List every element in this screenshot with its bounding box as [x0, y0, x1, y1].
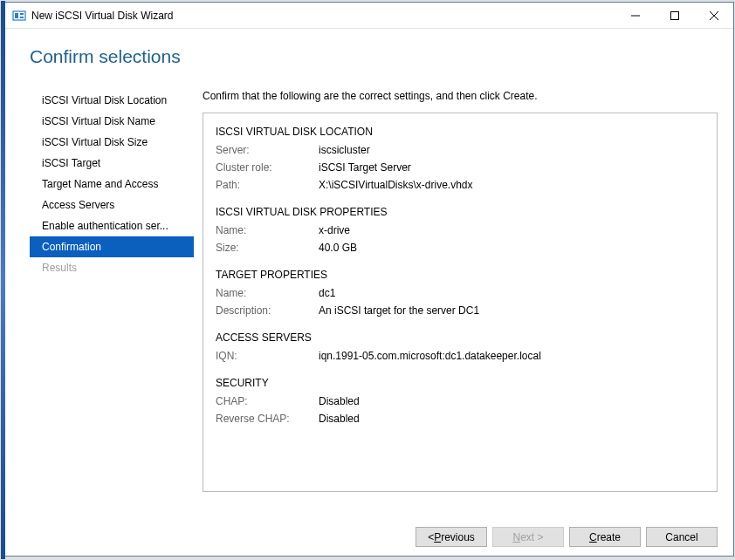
prop-label-chap: CHAP: — [216, 393, 319, 410]
svg-rect-1 — [15, 13, 18, 18]
previous-button[interactable]: < Previous — [416, 527, 487, 547]
prop-row: Name: x-drive — [216, 222, 704, 239]
cancel-button[interactable]: Cancel — [646, 527, 718, 547]
prop-row: Path: X:\iSCSIVirtualDisks\x-drive.vhdx — [216, 176, 704, 194]
prop-label-path: Path: — [216, 176, 319, 194]
section-header-target: TARGET PROPERTIES — [216, 269, 704, 281]
sidebar-item-results: Results — [30, 257, 194, 278]
prop-row: Server: iscsicluster — [216, 141, 704, 159]
sidebar-item-target[interactable]: iSCSI Target — [30, 153, 194, 174]
sidebar-item-label: iSCSI Target — [42, 157, 100, 169]
sidebar-item-label: Results — [42, 262, 77, 274]
prop-label-reverse-chap: Reverse CHAP: — [216, 410, 319, 427]
confirmation-panel: ISCSI VIRTUAL DISK LOCATION Server: iscs… — [203, 113, 718, 492]
prop-value-iqn: iqn.1991-05.com.microsoft:dc1.datakeeper… — [319, 347, 541, 365]
content-area: Confirm selections iSCSI Virtual Disk Lo… — [5, 29, 733, 492]
prop-row: Name: dc1 — [216, 284, 704, 302]
prop-row: Cluster role: iSCSI Target Server — [216, 159, 704, 176]
prop-label-cluster-role: Cluster role: — [216, 159, 319, 176]
prop-row: CHAP: Disabled — [216, 393, 704, 410]
prop-row: Description: An iSCSI target for the ser… — [216, 302, 704, 319]
sidebar-item-target-name[interactable]: Target Name and Access — [30, 174, 194, 195]
close-button[interactable] — [694, 3, 733, 28]
next-button[interactable]: Next > — [492, 527, 564, 547]
sidebar-item-name[interactable]: iSCSI Virtual Disk Name — [30, 111, 194, 132]
prop-value-targetname: dc1 — [319, 284, 335, 302]
prop-value-chap: Disabled — [319, 393, 360, 410]
prop-label-targetname: Name: — [216, 284, 319, 302]
prop-value-diskname: x-drive — [319, 222, 350, 239]
wizard-steps-sidebar: iSCSI Virtual Disk Location iSCSI Virtua… — [30, 90, 194, 492]
prop-label-server: Server: — [216, 141, 319, 159]
section-header-security: SECURITY — [216, 377, 704, 389]
prop-value-size: 40.0 GB — [319, 239, 357, 256]
titlebar-buttons — [615, 3, 733, 28]
window-title: New iSCSI Virtual Disk Wizard — [31, 10, 615, 22]
prop-value-cluster-role: iSCSI Target Server — [319, 159, 411, 176]
section-header-properties: ISCSI VIRTUAL DISK PROPERTIES — [216, 206, 704, 218]
sidebar-item-authentication[interactable]: Enable authentication ser... — [30, 215, 194, 236]
sidebar-item-label: iSCSI Virtual Disk Name — [42, 115, 155, 127]
sidebar-item-label: Confirmation — [42, 241, 101, 253]
wizard-window: New iSCSI Virtual Disk Wizard Confirm se… — [4, 2, 734, 557]
svg-rect-5 — [670, 11, 678, 19]
sidebar-item-confirmation[interactable]: Confirmation — [30, 236, 194, 257]
sidebar-item-location[interactable]: iSCSI Virtual Disk Location — [30, 90, 194, 111]
minimize-button[interactable] — [615, 3, 655, 28]
page-title: Confirm selections — [30, 46, 718, 67]
sidebar-item-size[interactable]: iSCSI Virtual Disk Size — [30, 132, 194, 153]
maximize-button[interactable] — [655, 3, 694, 28]
sidebar-item-label: Access Servers — [42, 199, 114, 211]
prop-value-path: X:\iSCSIVirtualDisks\x-drive.vhdx — [319, 176, 473, 194]
svg-rect-2 — [20, 13, 24, 15]
titlebar: New iSCSI Virtual Disk Wizard — [5, 3, 733, 29]
instruction-text: Confirm that the following are the corre… — [203, 90, 718, 102]
svg-rect-3 — [20, 17, 24, 18]
prop-row: Size: 40.0 GB — [216, 239, 704, 256]
sidebar-item-label: iSCSI Virtual Disk Location — [42, 94, 167, 106]
prop-label-description: Description: — [216, 302, 319, 319]
create-button[interactable]: Create — [569, 527, 641, 547]
prop-label-diskname: Name: — [216, 222, 319, 239]
prop-value-server: iscsicluster — [319, 141, 370, 159]
sidebar-item-label: Target Name and Access — [42, 178, 158, 190]
sidebar-item-label: Enable authentication ser... — [42, 220, 168, 232]
window-left-accent — [1, 1, 5, 559]
prop-label-size: Size: — [216, 239, 319, 256]
app-icon — [12, 9, 26, 23]
main-layout: iSCSI Virtual Disk Location iSCSI Virtua… — [30, 90, 718, 492]
prop-value-description: An iSCSI target for the server DC1 — [319, 302, 479, 319]
sidebar-item-access-servers[interactable]: Access Servers — [30, 195, 194, 215]
wizard-footer: < Previous Next > Create Cancel — [416, 527, 718, 547]
sidebar-item-label: iSCSI Virtual Disk Size — [42, 136, 148, 148]
prop-label-iqn: IQN: — [216, 347, 319, 365]
prop-value-reverse-chap: Disabled — [319, 410, 360, 427]
wizard-body: Confirm that the following are the corre… — [194, 90, 718, 492]
section-header-location: ISCSI VIRTUAL DISK LOCATION — [216, 126, 704, 138]
section-header-access: ACCESS SERVERS — [216, 331, 704, 344]
prop-row: Reverse CHAP: Disabled — [216, 410, 704, 427]
prop-row: IQN: iqn.1991-05.com.microsoft:dc1.datak… — [216, 347, 704, 365]
